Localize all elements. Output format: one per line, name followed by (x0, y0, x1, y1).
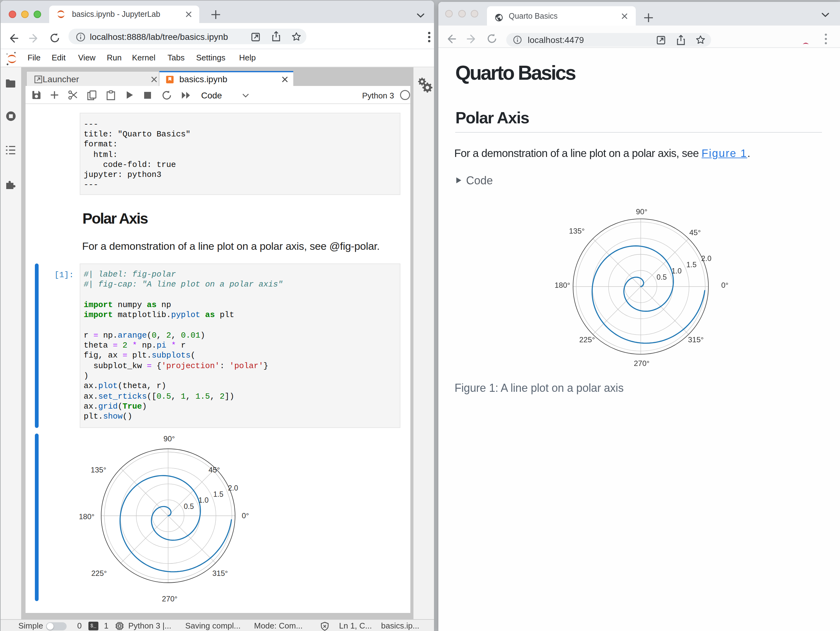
svg-text:45°: 45° (208, 466, 220, 474)
svg-text:180°: 180° (79, 512, 94, 521)
svg-text:45°: 45° (689, 228, 701, 237)
svg-text:0°: 0° (721, 281, 728, 289)
svg-text:2.0: 2.0 (701, 255, 711, 263)
svg-text:270°: 270° (162, 595, 177, 603)
svg-text:225°: 225° (579, 335, 595, 344)
svg-text:180°: 180° (554, 281, 570, 289)
svg-text:0°: 0° (242, 511, 249, 520)
svg-text:225°: 225° (91, 569, 106, 577)
svg-text:1.0: 1.0 (671, 267, 682, 275)
svg-text:90°: 90° (636, 207, 647, 216)
svg-text:0.5: 0.5 (657, 273, 667, 281)
svg-text:90°: 90° (163, 435, 175, 443)
svg-text:135°: 135° (90, 466, 106, 474)
svg-text:315°: 315° (212, 569, 227, 577)
svg-text:270°: 270° (634, 359, 649, 367)
svg-text:1.5: 1.5 (686, 261, 696, 269)
svg-text:315°: 315° (688, 335, 704, 344)
svg-text:0.5: 0.5 (183, 502, 194, 511)
svg-text:1.0: 1.0 (198, 496, 208, 504)
svg-text:1.5: 1.5 (213, 490, 223, 498)
svg-text:2.0: 2.0 (227, 484, 238, 492)
svg-text:135°: 135° (569, 227, 585, 235)
